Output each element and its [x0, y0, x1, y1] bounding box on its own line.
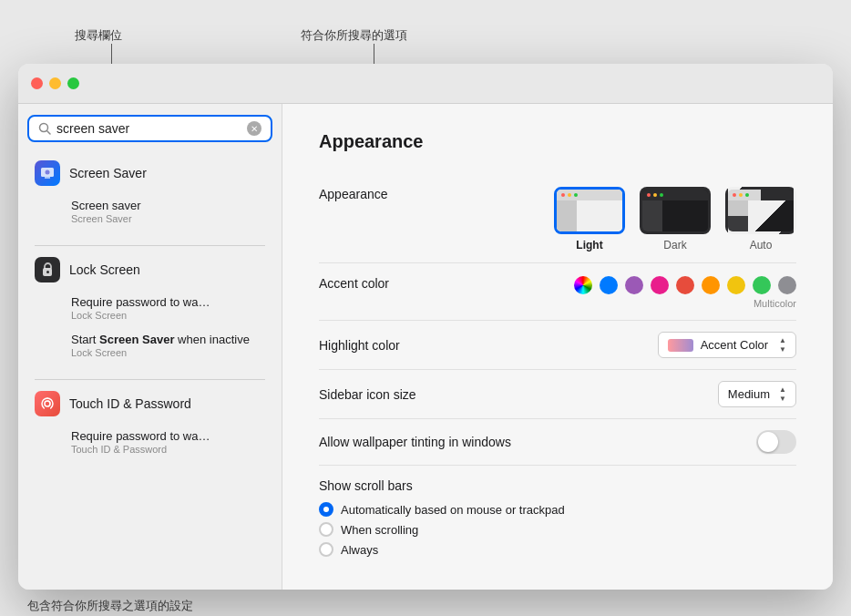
search-clear-button[interactable]: ✕ — [247, 121, 261, 136]
scroll-radio-scrolling-label: When scrolling — [341, 523, 418, 537]
main-panel: Appearance Appearance — [282, 104, 833, 590]
appearance-setting-row: Appearance — [319, 174, 796, 263]
stepper-down-icon: ▼ — [779, 345, 786, 354]
appearance-label: Appearance — [319, 187, 388, 201]
require-password-tid-title: Require password to wa… — [71, 429, 265, 443]
sidebar-section-screen-saver: Screen Saver Screen saver Screen Saver — [27, 155, 272, 231]
touch-id-icon — [35, 391, 60, 416]
size-stepper[interactable]: ▲ ▼ — [779, 385, 786, 403]
annotation-search-label: 搜尋欄位 — [75, 27, 122, 44]
require-password-tid-subtitle: Touch ID & Password — [71, 444, 265, 455]
lock-screen-sub-items: Require password to wa… Lock Screen Star… — [27, 290, 272, 364]
scroll-radio-auto-indicator — [319, 502, 333, 517]
appearance-option-dark[interactable]: Dark — [640, 187, 711, 252]
sidebar-icon-size-selector[interactable]: Medium ▲ ▼ — [718, 381, 796, 407]
highlight-color-label: Highlight color — [319, 338, 400, 353]
highlight-color-row: Highlight color Accent Color ▲ ▼ — [319, 321, 796, 370]
annotation-bottom-label: 包含符合你所搜尋之選項的設定 — [27, 599, 193, 612]
touch-id-label: Touch ID & Password — [69, 396, 191, 411]
require-password-title: Require password to wa… — [71, 295, 265, 309]
accent-dot-pink[interactable] — [651, 276, 669, 294]
annotation-arrow-results — [374, 44, 374, 64]
scroll-radio-auto-label: Automatically based on mouse or trackpad — [341, 503, 565, 517]
highlight-color-selector[interactable]: Accent Color ▲ ▼ — [658, 332, 796, 358]
scroll-radio-always[interactable]: Always — [319, 542, 796, 557]
size-stepper-up-icon: ▲ — [779, 385, 786, 395]
accent-dot-orange[interactable] — [702, 276, 720, 294]
svg-rect-3 — [45, 177, 50, 179]
highlight-stepper[interactable]: ▲ ▼ — [779, 336, 786, 354]
accent-dot-multicolor[interactable] — [574, 276, 592, 294]
screen-saver-bold: Screen Saver — [99, 333, 174, 346]
screen-saver-sub-title: Screen saver — [71, 199, 265, 212]
appearance-name-dark: Dark — [663, 239, 686, 252]
appearance-thumb-light — [554, 187, 625, 234]
accent-dot-yellow[interactable] — [727, 276, 745, 294]
search-box[interactable]: ✕ — [27, 115, 272, 142]
annotation-arrow-search — [111, 44, 112, 64]
screen-saver-label: Screen Saver — [69, 166, 147, 180]
start-screen-saver-title: Start Screen Saver when inactive — [71, 333, 265, 346]
svg-line-1 — [47, 131, 51, 135]
appearance-option-light[interactable]: Light — [554, 187, 625, 252]
accent-dots — [574, 276, 796, 294]
sidebar-icon-size-label: Sidebar icon size — [319, 387, 416, 402]
panel-title: Appearance — [319, 131, 796, 152]
scroll-radio-scrolling[interactable]: When scrolling — [319, 522, 796, 537]
appearance-options: Light — [554, 187, 796, 252]
sidebar-icon-size-row: Sidebar icon size Medium ▲ ▼ — [319, 370, 796, 419]
scroll-bars-title: Show scroll bars — [319, 478, 796, 493]
scroll-radio-scrolling-indicator — [319, 522, 333, 537]
scroll-radio-always-label: Always — [341, 543, 378, 557]
toggle-knob — [758, 432, 778, 452]
divider-2 — [35, 379, 265, 380]
maximize-button[interactable] — [67, 77, 79, 89]
sidebar-item-require-password[interactable]: Require password to wa… Lock Screen — [40, 290, 272, 326]
scroll-radio-auto[interactable]: Automatically based on mouse or trackpad — [319, 502, 796, 517]
appearance-thumb-dark — [640, 187, 711, 234]
screen-saver-sub-items: Screen saver Screen Saver — [27, 193, 272, 230]
close-button[interactable] — [31, 77, 43, 89]
sidebar-icon-size-value: Medium — [728, 387, 770, 401]
accent-dot-gray[interactable] — [778, 276, 796, 294]
sidebar-item-screen-saver-sub[interactable]: Screen saver Screen Saver — [40, 193, 272, 230]
touch-id-sub-items: Require password to wa… Touch ID & Passw… — [27, 424, 272, 460]
lock-screen-label: Lock Screen — [69, 262, 140, 277]
allow-wallpaper-row: Allow wallpaper tinting in windows — [319, 419, 796, 466]
scroll-radio-always-indicator — [319, 542, 333, 557]
screen-saver-sub-subtitle: Screen Saver — [71, 213, 265, 224]
require-password-subtitle: Lock Screen — [71, 310, 265, 321]
content-area: ✕ Screen Saver — [18, 104, 833, 590]
accent-colors: Multicolor — [574, 276, 796, 309]
minimize-button[interactable] — [49, 77, 61, 89]
sidebar-group-touch-id[interactable]: Touch ID & Password — [27, 385, 272, 422]
highlight-preview — [668, 339, 693, 352]
accent-color-row: Accent color Mul — [319, 263, 796, 321]
appearance-name-light: Light — [576, 239, 602, 252]
appearance-name-auto: Auto — [750, 239, 773, 252]
highlight-color-value: Accent Color — [701, 338, 768, 352]
sidebar-item-start-screen-saver[interactable]: Start Screen Saver when inactive Lock Sc… — [40, 327, 272, 364]
scroll-bars-section: Show scroll bars Automatically based on … — [319, 466, 796, 557]
svg-point-4 — [46, 170, 50, 175]
sidebar-group-lock-screen[interactable]: Lock Screen — [27, 252, 272, 288]
sidebar-group-screen-saver[interactable]: Screen Saver — [27, 155, 272, 191]
allow-wallpaper-label: Allow wallpaper tinting in windows — [319, 435, 511, 449]
appearance-thumb-auto — [725, 187, 796, 234]
sidebar: ✕ Screen Saver — [18, 104, 282, 590]
annotation-results-label: 符合你所搜尋的選項 — [301, 27, 407, 44]
search-input[interactable] — [56, 121, 241, 136]
accent-dot-blue[interactable] — [600, 276, 618, 294]
main-window: ✕ Screen Saver — [18, 64, 833, 590]
start-screen-saver-subtitle: Lock Screen — [71, 347, 265, 358]
size-stepper-down-icon: ▼ — [779, 395, 786, 404]
sidebar-item-require-password-tid[interactable]: Require password to wa… Touch ID & Passw… — [40, 424, 272, 460]
accent-dot-green[interactable] — [753, 276, 771, 294]
window-wrapper: 搜尋欄位 符合你所搜尋的選項 — [18, 18, 833, 614]
appearance-option-auto[interactable]: Auto — [725, 187, 796, 252]
accent-dot-red[interactable] — [676, 276, 694, 294]
accent-dot-purple[interactable] — [625, 276, 643, 294]
search-icon — [38, 122, 51, 135]
allow-wallpaper-toggle[interactable] — [756, 430, 796, 454]
annotations-top: 搜尋欄位 符合你所搜尋的選項 — [18, 18, 833, 64]
